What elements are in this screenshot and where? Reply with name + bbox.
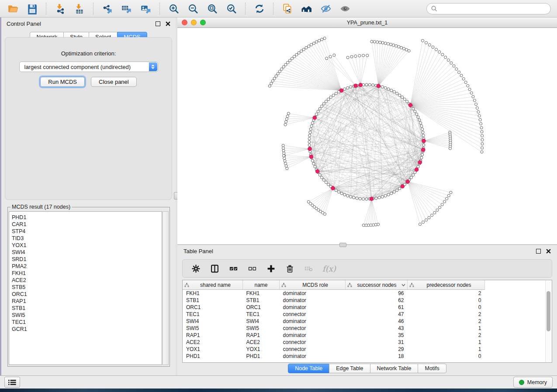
table-cell: connector: [280, 339, 346, 346]
close-panel-button[interactable]: Close panel: [91, 77, 137, 87]
mcds-result-item[interactable]: SRD1: [12, 256, 162, 263]
show-columns-button[interactable]: [210, 264, 219, 273]
apply-layout-button[interactable]: [253, 2, 266, 15]
table-cell: 46: [346, 318, 408, 325]
mcds-result-item[interactable]: STB5: [12, 284, 162, 291]
mcds-result-item[interactable]: PMA2: [12, 263, 162, 270]
table-tab-motifs[interactable]: Motifs: [418, 364, 446, 373]
table-panel-drag-handle[interactable]: [339, 243, 346, 247]
memory-status-icon: [519, 380, 524, 385]
houses-icon: [301, 3, 312, 14]
search-box[interactable]: [426, 3, 551, 14]
float-panel-icon[interactable]: [536, 249, 541, 254]
zoom-selected-button[interactable]: [225, 2, 238, 15]
import-network-button[interactable]: [54, 2, 67, 15]
delete-column-button[interactable]: [285, 264, 294, 273]
mcds-result-item[interactable]: ORC1: [12, 291, 162, 298]
mcds-result-item[interactable]: TID3: [12, 235, 162, 242]
select-all-button[interactable]: [228, 264, 238, 273]
close-panel-icon[interactable]: [166, 21, 170, 26]
network-graph[interactable]: [177, 28, 557, 244]
maximize-window-icon[interactable]: [200, 20, 206, 25]
table-row[interactable]: ACE2ACE2connector311: [183, 339, 485, 346]
function-builder-button[interactable]: f(x): [322, 264, 336, 273]
table-cell: connector: [280, 325, 346, 332]
table-cell: 43: [346, 325, 408, 332]
export-image-button[interactable]: [139, 2, 152, 15]
mcds-result-item[interactable]: ACE2: [12, 277, 162, 284]
table-row[interactable]: ORC1ORC1dominator610: [183, 304, 485, 311]
table-tab-node-table[interactable]: Node Table: [288, 364, 329, 373]
open-file-button[interactable]: [7, 2, 20, 15]
show-all-button[interactable]: [339, 2, 352, 15]
close-panel-icon[interactable]: [546, 249, 551, 254]
mcds-result-item[interactable]: SWI5: [12, 312, 162, 319]
mcds-result-item[interactable]: CAR1: [12, 221, 162, 228]
run-mcds-button[interactable]: Run MCDS: [40, 77, 85, 87]
mcds-result-item[interactable]: FKH1: [12, 270, 162, 277]
result-list-scrollbar[interactable]: [163, 211, 169, 365]
table-tab-edge-table[interactable]: Edge Table: [329, 364, 370, 373]
home-networks-button[interactable]: [300, 2, 313, 15]
mcds-result-item[interactable]: PHD1: [12, 214, 162, 221]
optimization-criterion-select[interactable]: largest connected component (undirected): [19, 62, 158, 72]
save-session-button[interactable]: [26, 2, 39, 15]
import-table-button[interactable]: [73, 2, 86, 15]
mcds-result-item[interactable]: TEC1: [12, 319, 162, 326]
column-header-MCDS-role[interactable]: MCDS role: [280, 280, 346, 290]
table-row[interactable]: PHD1PHD1dominator180: [183, 353, 485, 360]
table-row[interactable]: STB1STB1dominator620: [183, 297, 485, 304]
table-row[interactable]: YOX1YOX1connector291: [183, 346, 485, 353]
toolbar-separator: [93, 3, 94, 15]
toolbar-separator: [159, 3, 160, 15]
mcds-result-item[interactable]: GCR1: [12, 326, 162, 333]
table-tab-network-table[interactable]: Network Table: [370, 364, 419, 373]
table-cell: 62: [346, 297, 408, 304]
toolbar-separator: [46, 3, 47, 15]
table-row[interactable]: SWI5SWI5connector431: [183, 325, 485, 332]
create-column-button[interactable]: [266, 264, 276, 273]
mcds-result-item[interactable]: SWI4: [12, 249, 162, 256]
mcds-result-item[interactable]: YOX1: [12, 242, 162, 249]
table-scrollbar-thumb[interactable]: [547, 291, 550, 331]
gear-icon: [192, 265, 200, 273]
close-window-icon[interactable]: [182, 20, 187, 25]
toolbar-separator: [273, 3, 274, 15]
table-scrollbar[interactable]: [545, 280, 552, 362]
mcds-result-item[interactable]: STB1: [12, 305, 162, 312]
column-header-successor-nodes[interactable]: successor nodes: [346, 280, 408, 290]
zoom-in-button[interactable]: [167, 2, 180, 15]
table-panel-header: Table Panel: [177, 245, 557, 257]
memory-button[interactable]: Memory: [513, 377, 553, 388]
column-header-shared-name[interactable]: shared name: [183, 280, 243, 290]
column-header-predecessor-nodes[interactable]: predecessor nodes: [408, 280, 485, 290]
network-window-titlebar[interactable]: YPA_prune.txt_1: [177, 17, 557, 28]
deselect-all-icon: [248, 265, 256, 273]
network-canvas[interactable]: [177, 28, 557, 244]
share-document-button[interactable]: [281, 2, 294, 15]
mcds-result-item[interactable]: RAP1: [12, 298, 162, 305]
export-table-button[interactable]: [120, 2, 133, 15]
float-panel-icon[interactable]: [156, 21, 160, 26]
mcds-result-group: MCDS result (17 nodes) PHD1CAR1STP4TID3Y…: [7, 204, 170, 367]
delete-table-button[interactable]: [304, 264, 313, 273]
table-row[interactable]: RAP1RAP1dominator352: [183, 332, 485, 339]
minimize-window-icon[interactable]: [191, 20, 197, 25]
export-network-button[interactable]: [101, 2, 114, 15]
table-row[interactable]: TEC1TEC1connector472: [183, 311, 485, 318]
show-panels-button[interactable]: [4, 377, 20, 388]
table-settings-button[interactable]: [191, 264, 201, 273]
mcds-result-item[interactable]: STP4: [12, 228, 162, 235]
search-input[interactable]: [440, 5, 546, 12]
zoom-out-button[interactable]: [187, 2, 200, 15]
hide-selected-button[interactable]: [319, 2, 332, 15]
column-header-name[interactable]: name: [243, 280, 280, 290]
deselect-all-button[interactable]: [247, 264, 257, 273]
control-panel-header: Control Panel: [1, 17, 176, 30]
table-row[interactable]: FKH1FKH1dominator962: [183, 290, 485, 297]
table-row[interactable]: SWI4SWI4dominator462: [183, 318, 485, 325]
column-tree-icon: [409, 283, 414, 287]
zoom-fit-button[interactable]: [206, 2, 219, 15]
table-cell: 47: [346, 311, 408, 318]
table-cell: connector: [280, 346, 346, 353]
